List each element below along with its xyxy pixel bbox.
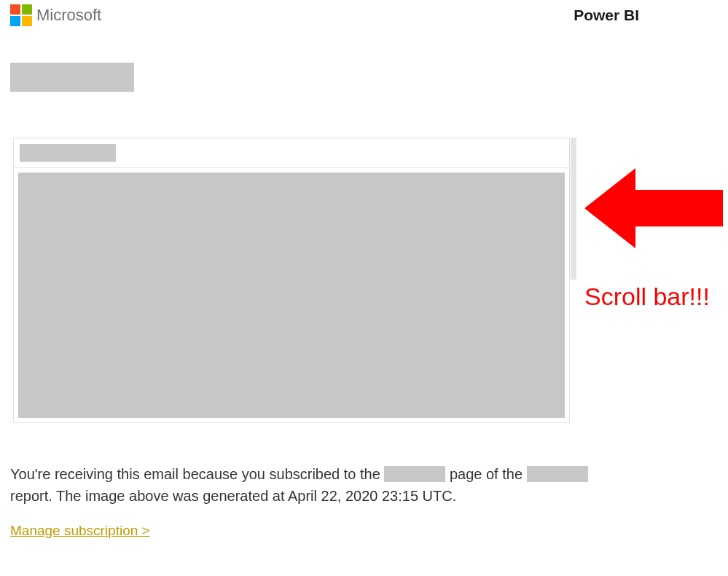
annotation-label: Scroll bar!!! (584, 283, 710, 311)
redacted-report-title (20, 144, 116, 162)
subscription-footer-text: You're receiving this email because you … (10, 463, 626, 507)
footer-timestamp: April 22, 2020 23:15 UTC (288, 488, 453, 504)
report-snapshot-frame (13, 138, 570, 423)
scrollbar[interactable] (571, 138, 576, 280)
microsoft-logo-icon (10, 4, 32, 26)
redacted-report-body (18, 173, 565, 418)
footer-prefix: You're receiving this email because you … (10, 466, 384, 482)
product-title: Power BI (574, 7, 639, 24)
redacted-page-name (384, 466, 445, 482)
manage-subscription-link[interactable]: Manage subscription > (10, 523, 150, 539)
footer-mid1: page of the (445, 466, 526, 482)
annotation-arrow-icon (584, 165, 723, 252)
report-snapshot-header (14, 138, 569, 168)
svg-marker-0 (584, 168, 723, 248)
footer-mid2: report. The image above was generated at (10, 488, 288, 504)
microsoft-brand: Microsoft (10, 4, 101, 26)
footer-suffix: . (453, 488, 457, 504)
redacted-recipient-block (10, 63, 134, 92)
email-header: Microsoft Power BI (10, 4, 718, 26)
redacted-report-name (527, 466, 588, 482)
microsoft-wordmark: Microsoft (36, 6, 101, 25)
